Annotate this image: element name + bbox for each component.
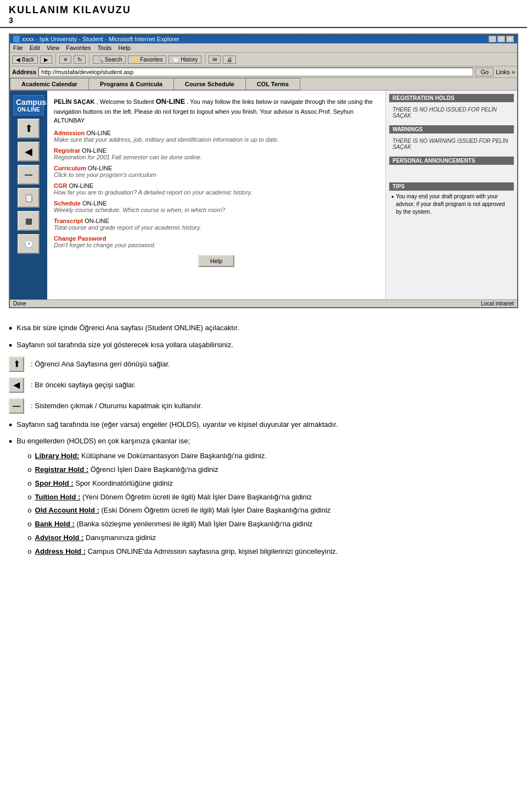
warnings-content: THERE IS NO WARNING ISSUED FOR PELİN SAÇ… (389, 136, 514, 152)
minimize-button[interactable]: _ (489, 36, 496, 42)
campus-badge: Campus ON-LINE (13, 95, 44, 115)
campus-online-text: ON-LINE (16, 107, 41, 113)
section-curriculum: Curriculum ON-LINE Click to see your pro… (54, 165, 379, 178)
ie-icon (13, 36, 20, 42)
section-cgr-desc: How far you are to graduation? A detaile… (54, 189, 379, 196)
back-icon-box: ◀ (9, 377, 24, 393)
registration-holds-title: REGISTRATION HOLDS (389, 94, 514, 102)
section-schedule-suffix: ON-LINE (81, 200, 107, 207)
section-schedule-desc: Weekly course schedule. Which course is … (54, 207, 379, 213)
tips-title: TIPS (389, 182, 514, 191)
icon-item-home: ⬆ : Öğrenci Ana Sayfasına geri dönüşü sa… (9, 357, 518, 372)
browser-window-controls[interactable]: _ □ × (489, 36, 514, 42)
favorites-button[interactable]: ⭐ Favorites (128, 55, 166, 64)
section-schedule-title[interactable]: Schedule (54, 200, 81, 207)
address-input[interactable] (38, 68, 473, 76)
search-button[interactable]: 🔍 Search (93, 55, 126, 64)
sub-bullet-list: o Library Hold: Kütüphane ve Dokümantasy… (27, 451, 338, 557)
page-title: KULLANIM KILAVUZU (9, 4, 518, 16)
go-button[interactable]: Go (475, 68, 494, 76)
clock-nav-button[interactable]: 🕐 (18, 234, 40, 254)
right-panel: REGISTRATION HOLDS THERE IS NO HOLD ISSU… (385, 91, 517, 299)
section-registrar-desc: Registration for 2001 Fall semester can … (54, 154, 379, 160)
browser-statusbar: Done Local intranet (10, 299, 517, 307)
close-button[interactable]: × (506, 36, 514, 42)
toolbar-separator-1 (55, 54, 56, 65)
menu-edit[interactable]: Edit (30, 45, 40, 51)
sub-bullet-old-account: o Old Account Hold : (Eski Dönem Öğretim… (27, 505, 338, 516)
refresh-button[interactable]: ↻ (74, 55, 86, 64)
icon-text-back: : Bir önceki sayfaya geçişi sağlar. (31, 381, 136, 389)
main-content: PELİN SAÇAK , Welcome to Student ON-LINE… (47, 91, 385, 299)
sub-bullet-address: o Address Hold : Campus ONLINE'da Admiss… (27, 546, 338, 558)
campus-text: Campus (16, 98, 41, 107)
section-password-title[interactable]: Change Password (54, 235, 106, 242)
sub-bullet-o-5: o (27, 505, 31, 516)
section-cgr: CGR ON-LINE How far you are to graduatio… (54, 182, 379, 196)
sub-bullet-text-registrar: Registrar Hold : Öğrenci İşleri Daire Ba… (35, 464, 218, 476)
print-button[interactable]: 🖨 (223, 55, 236, 64)
tips-bullet-icon: • (391, 193, 394, 216)
sub-bullet-text-library: Library Hold: Kütüphane ve Dokümantasyon… (35, 451, 267, 462)
sub-bullet-text-advisor: Advisor Hold : Danışmanınıza gidiniz (35, 532, 156, 544)
left-sidebar: Campus ON-LINE ⬆ ◀ — 📋 ▦ 🕐 (10, 91, 47, 299)
bullet-item-4: • Bu engellerden (HOLDS) en çok karşınız… (9, 436, 518, 560)
section-admission-suffix: ON-LINE (85, 130, 111, 136)
section-admission-title[interactable]: Admission (54, 130, 85, 136)
menu-help[interactable]: Help (118, 45, 131, 51)
sub-bullet-spor: o Spor Hold : Spor Koordinatörlüğüne gid… (27, 478, 338, 490)
section-curriculum-title[interactable]: Curriculum (54, 165, 86, 171)
welcome-text: PELİN SAÇAK , Welcome to Student ON-LINE… (54, 96, 379, 125)
menu-tools[interactable]: Tools (98, 45, 112, 51)
nav-programs-curricula[interactable]: Programs & Curricula (88, 78, 173, 90)
help-button[interactable]: Help (198, 255, 235, 267)
sub-bullet-text-old-account: Old Account Hold : (Eski Dönem Öğretim ü… (35, 505, 331, 516)
home-nav-button[interactable]: ⬆ (18, 119, 40, 138)
bullet-text-2: Sayfanın sol tarafında size yol gösterec… (16, 340, 233, 351)
back-nav-button[interactable]: ◀ (18, 142, 40, 162)
section-transcript-suffix: ON-LINE (83, 218, 109, 224)
bullet-dot-3: • (9, 420, 12, 430)
sub-bullet-o-8: o (27, 546, 31, 558)
logout-nav-button[interactable]: — (18, 165, 40, 185)
bullet-item-1: • Kısa bir süre içinde Öğrenci Ana sayfa… (9, 322, 518, 334)
section-curriculum-desc: Click to see your program's curriculum (54, 171, 379, 178)
forward-button[interactable]: ▶ (40, 55, 52, 64)
sub-bullet-o-3: o (27, 478, 31, 490)
bullet-text-1: Kısa bir süre içinde Öğrenci Ana sayfası… (16, 322, 239, 334)
student-name: PELİN SAÇAK (54, 98, 95, 105)
browser-window: xxxx - Işık University - Student - Micro… (9, 34, 518, 308)
maximize-button[interactable]: □ (497, 36, 505, 42)
menu-file[interactable]: File (13, 45, 23, 51)
history-button[interactable]: 🕐 History (169, 55, 201, 64)
nav-academic-calendar[interactable]: Academic Calendar (10, 78, 88, 90)
online-label: ON-LINE (156, 97, 185, 105)
grid-nav-button[interactable]: ▦ (18, 211, 40, 231)
menu-view[interactable]: View (47, 45, 60, 51)
sub-bullet-o-4: o (27, 492, 31, 503)
bullet-dot-4: • (9, 437, 12, 447)
section-registrar-title[interactable]: Registrar (54, 147, 80, 154)
section-admission: Admission ON-LINE Make sure that your ad… (54, 130, 379, 143)
browser-titlebar-left: xxxx - Işık University - Student - Micro… (13, 36, 180, 42)
menu-favorites[interactable]: Favorites (66, 45, 91, 51)
nav-col-terms[interactable]: COL Terms (245, 78, 300, 90)
browser-toolbar: ◀ Back ▶ ✕ ↻ 🔍 Search ⭐ Favorites 🕐 Hist… (10, 53, 517, 66)
schedule-nav-button[interactable]: 📋 (18, 188, 40, 208)
home-icon-box: ⬆ (9, 357, 24, 372)
section-cgr-suffix: ON-LINE (67, 182, 93, 189)
sub-bullet-registrar: o Registrar Hold : Öğrenci İşleri Daire … (27, 464, 338, 476)
mail-button[interactable]: ✉ (209, 55, 221, 64)
nav-course-schedule[interactable]: Course Schedule (173, 78, 245, 90)
section-cgr-title[interactable]: CGR (54, 182, 67, 189)
address-bar: Address Go Links » (10, 66, 517, 78)
section-transcript-title[interactable]: Transcript (54, 218, 83, 224)
back-button[interactable]: ◀ Back (12, 55, 38, 64)
toolbar-separator-2 (89, 54, 89, 65)
content-area: Campus ON-LINE ⬆ ◀ — 📋 ▦ 🕐 PELİN SAÇAK ,… (10, 91, 517, 299)
nav-bar: Academic Calendar Programs & Curricula C… (10, 78, 517, 91)
stop-button[interactable]: ✕ (59, 55, 71, 64)
icon-text-home: : Öğrenci Ana Sayfasına geri dönüşü sağl… (31, 360, 170, 368)
section-registrar-suffix: ON-LINE (80, 147, 106, 154)
status-right: Local intranet (481, 301, 514, 307)
